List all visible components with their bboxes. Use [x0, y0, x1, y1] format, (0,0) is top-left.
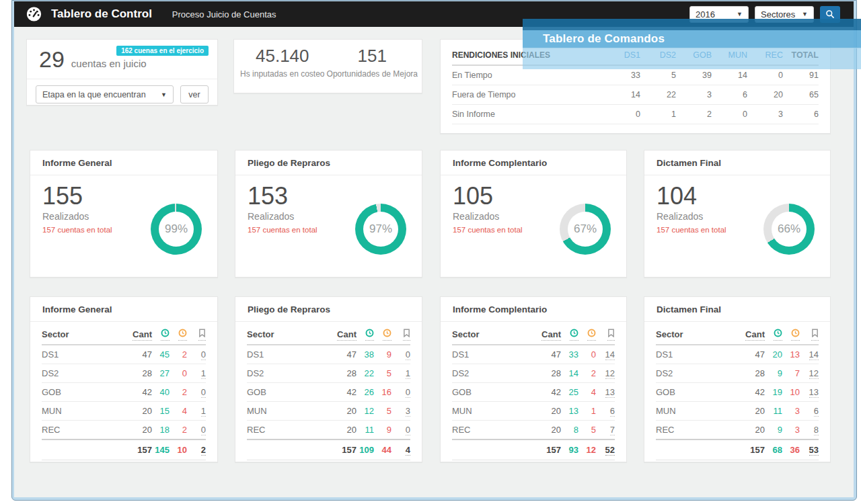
cuentas-en-juicio-label: cuentas en juicio	[71, 58, 147, 69]
cell: 65	[783, 85, 819, 105]
stage-select-value: Etapa en la que encuentran	[42, 90, 161, 99]
total-cant-cell: 157	[733, 439, 765, 460]
flag-cell: 6	[596, 402, 615, 421]
sector-cell: GOB	[656, 383, 733, 402]
bookmark-icon[interactable]	[403, 329, 410, 341]
flag-cell: 12	[800, 364, 819, 383]
costeo-card: 45.140 Hs inputadas en costeo 151 Oportu…	[233, 39, 422, 93]
late-cell: 2	[170, 345, 187, 364]
flag-cell: 1	[391, 364, 410, 383]
cant-col-header[interactable]: Cant	[745, 329, 765, 341]
hours-label: Hs inputadas en costeo	[238, 69, 327, 79]
cuentas-en-juicio-card: 162 cuenas en el ejercicio 29 cuentas en…	[26, 39, 218, 106]
table-row: MUN201316	[452, 402, 615, 421]
flag-cell: 14	[596, 345, 615, 364]
sector-table: Sector Cant DS1473890 DS2282251 GOB42261…	[247, 323, 410, 460]
late-clock-icon[interactable]	[178, 329, 187, 341]
flag-cell: 13	[800, 383, 819, 402]
cell: 3	[676, 85, 712, 105]
ok-cell: 12	[357, 402, 374, 421]
peek-overlay-topbar[interactable]	[523, 19, 861, 30]
cant-cell: 42	[120, 383, 152, 402]
sector-cell: REC	[247, 421, 324, 440]
flag-cell: 0	[391, 345, 410, 364]
table-header-row: Sector Cant	[42, 323, 206, 345]
sectors-select-value: Sectores	[761, 9, 802, 19]
flag-cell: 3	[391, 402, 410, 421]
late-cell: 5	[374, 364, 391, 383]
donut-percent-label: 97%	[355, 204, 406, 255]
cant-cell: 20	[120, 421, 152, 440]
sector-table: Sector Cant DS147201314 DS2289712 GOB421…	[656, 323, 819, 460]
ok-cell: 9	[765, 364, 782, 383]
total-cant-cell: 157	[120, 439, 152, 460]
sector-cell: GOB	[42, 383, 120, 402]
cant-col-header[interactable]: Cant	[133, 329, 152, 341]
chevron-down-icon: ▼	[161, 91, 167, 98]
on-time-clock-icon[interactable]	[570, 329, 578, 341]
table-row: REC20857	[452, 421, 615, 440]
cell: 0	[605, 105, 640, 124]
table-row: GOB424020	[42, 383, 206, 402]
page-subtitle: Proceso Juicio de Cuentas	[172, 9, 276, 19]
card-title: Pliego de Repraros	[248, 158, 330, 168]
cant-col-header[interactable]: Cant	[337, 329, 357, 341]
bookmark-icon[interactable]	[198, 329, 206, 341]
total-flag-cell: 4	[391, 439, 410, 460]
kpi-row: 29 cuentas en juicio	[27, 40, 217, 73]
late-cell: 9	[374, 345, 391, 364]
empty-cell	[42, 439, 120, 460]
sector-cell: REC	[452, 421, 529, 440]
cell: 1	[640, 105, 676, 124]
late-clock-icon[interactable]	[791, 329, 800, 341]
cant-cell: 20	[529, 421, 561, 440]
cant-col-header[interactable]: Cant	[541, 329, 561, 341]
ok-cell: 9	[765, 421, 782, 440]
year-select-value: 2016	[696, 9, 737, 19]
table-total-row: 157145102	[42, 439, 206, 460]
cant-cell: 28	[120, 364, 152, 383]
sector-cell: DS2	[42, 364, 120, 383]
ok-cell: 40	[152, 383, 170, 402]
row-label: Sin Informe	[452, 105, 605, 124]
cant-cell: 20	[324, 421, 357, 440]
table-row: GOB4225413	[452, 383, 615, 402]
total-ok-cell: 145	[152, 439, 170, 460]
sector-cell: MUN	[452, 402, 529, 421]
improvement-stat: 151 Oportunidades de Mejora	[327, 46, 418, 79]
cant-cell: 47	[733, 345, 765, 364]
late-cell: 2	[578, 364, 596, 383]
sector-cell: REC	[656, 421, 733, 440]
stage-select[interactable]: Etapa en la que encuentran ▼	[36, 85, 174, 103]
ok-cell: 38	[357, 345, 374, 364]
sector-cell: DS2	[452, 364, 529, 383]
sector-col-header: Sector	[42, 323, 120, 345]
total-late-cell: 36	[782, 439, 800, 460]
on-time-clock-icon[interactable]	[161, 329, 170, 341]
donut-chart: 97%	[355, 204, 406, 255]
cant-cell: 28	[529, 364, 561, 383]
empty-cell	[452, 439, 529, 460]
on-time-clock-icon[interactable]	[774, 329, 782, 341]
table-row: MUN201136	[656, 402, 819, 421]
peek-overlay-title[interactable]: Tablero de Comandos	[523, 30, 861, 48]
late-clock-icon[interactable]	[587, 329, 596, 341]
cant-cell: 28	[733, 364, 765, 383]
bookmark-icon[interactable]	[607, 329, 615, 341]
ver-button[interactable]: ver	[180, 85, 209, 103]
flag-cell: 0	[391, 421, 410, 440]
cell: 22	[640, 85, 676, 105]
sector-table-card-informe-complentario: Informe Complentario Sector Cant	[440, 296, 627, 462]
table-total-row: 157931252	[452, 439, 615, 460]
improvement-value: 151	[327, 46, 418, 67]
on-time-clock-icon[interactable]	[365, 329, 374, 341]
sector-cell: DS1	[656, 345, 733, 364]
peek-overlay-body[interactable]	[523, 48, 861, 69]
late-clock-icon[interactable]	[383, 329, 391, 341]
ok-cell: 19	[765, 383, 782, 402]
bookmark-icon[interactable]	[811, 329, 819, 341]
total-cant-cell: 157	[324, 439, 357, 460]
table-row: GOB4226160	[247, 383, 410, 402]
total-ok-cell: 68	[765, 439, 782, 460]
donut-card-dictamen-final: Dictamen Final 104 Realizados 157 cuenta…	[644, 150, 831, 278]
